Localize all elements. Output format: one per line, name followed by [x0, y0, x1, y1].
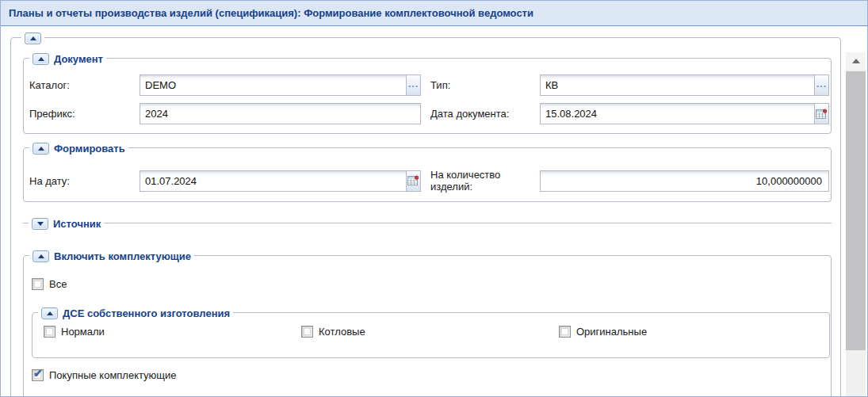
fieldset-document-legend: Документ [29, 52, 106, 65]
fieldset-document: Документ Каталог: ... Тип: ... [23, 58, 832, 134]
document-collapse-button[interactable] [33, 53, 49, 65]
catalog-field: ... [140, 74, 421, 96]
fieldset-include-legend: Включить комплектующие [29, 250, 194, 262]
outer-fieldset-collapse-button[interactable] [25, 32, 41, 44]
fieldset-dse: ДСЕ собственного изготовления ✔ Нормали [32, 312, 830, 358]
on-date-picker-button[interactable] [406, 171, 420, 191]
source-expand-button[interactable] [32, 218, 48, 230]
arrow-up-icon [38, 57, 44, 61]
calendar-icon [407, 175, 419, 186]
on-date-input[interactable] [140, 170, 421, 192]
checkmark-icon: ✔ [33, 367, 43, 380]
doc-date-label: Дата документа: [430, 108, 540, 120]
scroll-up-icon [852, 59, 860, 63]
fieldset-dse-legend: ДСЕ собственного изготовления [38, 307, 233, 319]
checkbox-all-label: Все [49, 278, 67, 290]
arrow-up-icon [47, 311, 53, 315]
doc-date-field [540, 103, 829, 124]
prefix-input[interactable] [140, 103, 421, 124]
scrollbar-thumb[interactable] [846, 71, 866, 350]
checkbox-originalnye[interactable]: ✔ Оригинальные [559, 325, 816, 338]
quantity-field [540, 170, 829, 192]
checkbox-kotlovye-label: Котловые [319, 326, 365, 338]
prefix-label: Префикс: [29, 108, 140, 120]
fieldset-generate-title: Формировать [54, 143, 125, 155]
checkbox-normali-box[interactable]: ✔ [44, 326, 55, 338]
fieldset-source-legend: Источник [29, 217, 104, 230]
checkbox-normali-label: Нормали [61, 326, 105, 338]
dse-collapse-button[interactable] [41, 307, 58, 319]
checkbox-purchased-label: Покупные комплектующие [49, 369, 177, 381]
checkbox-originalnye-label: Оригинальные [576, 326, 647, 338]
quantity-label: На количество изделий: [430, 169, 540, 193]
vertical-scrollbar[interactable] [846, 52, 866, 396]
calendar-icon [816, 109, 828, 120]
fieldset-include: Включить комплектующие ✔ Все ДСЕ собстве… [23, 255, 832, 396]
checkbox-originalnye-box[interactable]: ✔ [559, 326, 571, 338]
type-label: Тип: [430, 79, 540, 91]
fieldset-source-title: Источник [53, 218, 101, 230]
window-titlebar: Планы и отчеты производства изделий (спе… [1, 1, 867, 26]
type-input[interactable] [540, 74, 829, 96]
ellipsis-icon: ... [408, 81, 419, 87]
fieldset-include-title: Включить комплектующие [54, 250, 191, 262]
window-title: Планы и отчеты производства изделий (спе… [9, 7, 533, 19]
on-date-field [140, 170, 421, 192]
quantity-input[interactable] [540, 170, 829, 192]
doc-date-picker-button[interactable] [814, 104, 828, 124]
checkbox-purchased-box[interactable]: ✔ [32, 369, 44, 381]
checkbox-all-box[interactable]: ✔ [32, 278, 44, 290]
window: Планы и отчеты производства изделий (спе… [0, 0, 868, 397]
fieldset-document-title: Документ [54, 53, 103, 65]
doc-date-input[interactable] [540, 103, 829, 124]
form-body: Документ Каталог: ... Тип: ... [1, 26, 867, 396]
arrow-up-icon [38, 147, 44, 151]
arrow-up-icon [30, 36, 36, 40]
catalog-label: Каталог: [29, 79, 140, 91]
type-field: ... [540, 74, 829, 96]
type-lookup-button[interactable]: ... [814, 75, 828, 95]
fieldset-dse-title: ДСЕ собственного изготовления [63, 307, 230, 319]
form-content: Документ Каталог: ... Тип: ... [10, 37, 867, 396]
fieldset-generate-legend: Формировать [29, 142, 128, 155]
arrow-up-icon [38, 254, 44, 258]
outer-fieldset-legend [21, 32, 44, 44]
scrollbar-up-button[interactable] [846, 52, 866, 70]
arrow-down-icon [37, 222, 44, 226]
checkbox-all[interactable]: ✔ Все [32, 277, 830, 290]
fieldset-generate: Формировать На дату: [23, 147, 832, 202]
checkbox-purchased[interactable]: ✔ Покупные комплектующие [32, 368, 830, 381]
ellipsis-icon: ... [816, 81, 827, 87]
checkbox-normali[interactable]: ✔ Нормали [44, 325, 301, 338]
fieldset-source: Источник [23, 223, 832, 223]
generate-collapse-button[interactable] [33, 143, 49, 155]
catalog-lookup-button[interactable]: ... [406, 75, 420, 95]
catalog-input[interactable] [140, 74, 421, 96]
checkbox-kotlovye[interactable]: ✔ Котловые [301, 325, 559, 338]
prefix-field [140, 103, 421, 124]
on-date-label: На дату: [29, 175, 140, 187]
include-collapse-button[interactable] [33, 250, 49, 262]
outer-fieldset: Документ Каталог: ... Тип: ... [10, 37, 841, 396]
checkbox-kotlovye-box[interactable]: ✔ [301, 326, 313, 338]
